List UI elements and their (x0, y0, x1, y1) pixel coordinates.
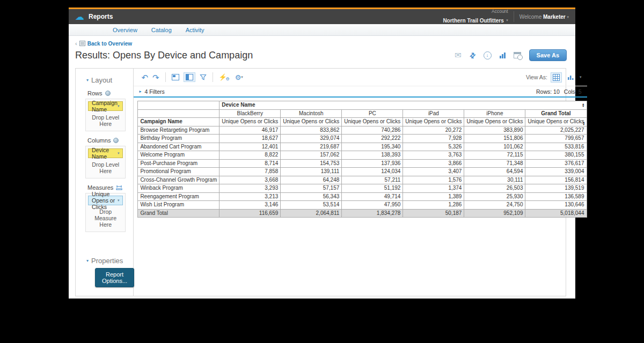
app-title: Reports (89, 13, 113, 20)
campaign-name-cell: Browse Retargeting Program (138, 126, 219, 135)
measure-header[interactable]: Unique Opens or Clicks▲▼ (525, 118, 587, 126)
device-column-header[interactable]: Grand Total (525, 109, 587, 118)
value-cell: 952,109 (464, 209, 525, 218)
layout-top-panel-icon[interactable] (172, 74, 179, 80)
device-column-header[interactable]: iPhone (464, 109, 525, 118)
row-dimension-header[interactable]: Campaign Name (138, 118, 219, 126)
columns-dimension-select[interactable]: Device Name ▾ (88, 148, 123, 158)
settings-gear-icon[interactable]: ⚙▾ (235, 73, 243, 81)
value-cell: 1,286 (403, 201, 464, 210)
schedule-icon[interactable] (514, 52, 521, 58)
account-selector[interactable]: Account Northern Trail Outfitters ▾ (443, 9, 508, 24)
tab-overview[interactable]: Overview (113, 27, 137, 33)
value-cell: 64,594 (464, 168, 525, 176)
measure-header[interactable]: Unique Opens or Clicks (342, 118, 403, 126)
value-cell: 57,157 (281, 184, 342, 193)
value-cell: 740,286 (342, 126, 403, 135)
value-cell: 18,627 (219, 135, 281, 143)
user-menu[interactable]: Welcome Marketer ▾ (519, 14, 569, 20)
measure-header[interactable]: Unique Opens or Clicks (403, 118, 464, 126)
column-dimension-row: Device Name ▲▼ (138, 101, 587, 110)
measure-select[interactable]: Unique Opens or Clicks ▾ (88, 196, 123, 205)
table-row: Cross-Channel Growth Program3,66864,2485… (138, 176, 587, 184)
level-icon (113, 138, 119, 143)
account-name: Northern Trail Outfitters (443, 18, 503, 24)
app-header: ☁ Reports Account Northern Trail Outfitt… (69, 9, 575, 24)
refresh-icon[interactable]: ⇄ (467, 50, 477, 60)
value-cell: 30,111 (464, 176, 525, 184)
measure-header[interactable]: Unique Opens or Clicks (464, 118, 525, 126)
value-cell: 46,917 (219, 126, 281, 135)
column-dimension-header[interactable]: Device Name ▲▼ (219, 101, 587, 110)
level-icon (105, 91, 111, 96)
measures-row: Campaign Name Unique Opens or ClicksUniq… (138, 118, 587, 126)
value-cell: 1,576 (403, 176, 464, 184)
value-cell: 799,657 (525, 135, 587, 143)
back-to-overview-link[interactable]: Back to Overview (87, 41, 132, 47)
table-row: Promotional Program7,858139,111124,0343,… (138, 168, 587, 176)
salesforce-cloud-icon: ☁ (75, 12, 84, 21)
value-cell: 25,930 (464, 192, 525, 201)
value-cell: 12,401 (219, 143, 281, 151)
value-cell: 833,862 (281, 126, 342, 135)
welcome-label: Welcome (519, 14, 542, 20)
tab-catalog[interactable]: Catalog (151, 27, 172, 33)
measure-header[interactable]: Unique Opens or Clicks (281, 118, 342, 126)
redo-icon[interactable]: ↷ (152, 73, 159, 81)
run-report-icon[interactable]: ⚡⚙ (219, 73, 231, 81)
value-cell: 64,248 (281, 176, 342, 184)
value-cell: 1,389 (403, 192, 464, 201)
view-as-chart-icon[interactable] (567, 74, 574, 80)
breadcrumb[interactable]: ‹ Back to Overview (75, 40, 575, 47)
device-column-header[interactable]: Macintosh (281, 109, 342, 118)
sort-icon[interactable]: ▲▼ (582, 121, 585, 125)
value-cell: 136,589 (525, 192, 587, 201)
columns-drop-zone[interactable]: Drop Level Here (88, 158, 123, 176)
chevron-down-icon: ▾ (506, 18, 508, 21)
columns-dimension-value: Device Name (92, 147, 118, 160)
layout-left-panel-icon[interactable] (184, 72, 195, 82)
chart-icon[interactable] (500, 52, 506, 58)
chevron-down-icon[interactable]: ▾ (580, 75, 582, 79)
device-column-header[interactable]: iPad (403, 109, 464, 118)
back-angle-icon: ‹ (75, 40, 77, 47)
value-cell: 57,211 (342, 176, 403, 184)
value-cell: 24,750 (464, 201, 525, 210)
report-options-button[interactable]: Report Options... (95, 268, 134, 287)
filter-icon[interactable] (200, 74, 207, 80)
value-cell: 72,115 (464, 151, 525, 160)
value-cell: 47,950 (342, 201, 403, 210)
undo-icon[interactable]: ↶ (141, 73, 148, 81)
email-icon[interactable]: ✉ (455, 50, 462, 60)
value-cell: 26,503 (464, 184, 525, 193)
properties-section-toggle[interactable]: ▾ Properties (86, 257, 123, 265)
rows-dimension-value: Campaign Name (92, 100, 118, 113)
value-cell: 219,687 (281, 143, 342, 151)
tab-activity[interactable]: Activity (186, 27, 204, 33)
columns-label-row: Columns (87, 137, 133, 144)
save-as-button[interactable]: Save As (529, 49, 567, 61)
value-cell: 53,514 (281, 201, 342, 210)
value-cell: 1,374 (403, 184, 464, 193)
layout-section-toggle[interactable]: ▾ Layout (86, 76, 133, 84)
device-column-header[interactable]: BlackBerry (219, 109, 281, 118)
value-cell: 5,018,044 (525, 209, 587, 218)
measure-value: Unique Opens or Clicks (92, 191, 118, 210)
value-cell: 376,617 (525, 159, 587, 168)
device-column-header[interactable]: PC (342, 109, 403, 118)
campaign-name-cell: Welcome Program (138, 151, 219, 160)
table-row: Abandoned Cart Program12,401219,687195,3… (138, 143, 587, 151)
report-main: ↶ ↷ ⚡⚙ ⚙▾ View As: (134, 69, 587, 296)
campaign-name-cell: Promotional Program (138, 168, 219, 176)
rows-drop-zone[interactable]: Drop Level Here (88, 111, 123, 129)
rows-dimension-select[interactable]: Campaign Name ▾ (88, 101, 123, 111)
account-label: Account (443, 9, 508, 14)
sort-icon[interactable]: ▲▼ (582, 103, 584, 107)
chevron-down-icon: ▾ (118, 104, 120, 108)
campaign-name-cell: Reengagement Program (138, 192, 219, 201)
view-as-table-icon[interactable] (551, 72, 562, 83)
measures-label-row: Measures (87, 184, 133, 191)
download-icon[interactable]: ↓ (484, 51, 492, 59)
filters-expander[interactable]: ▸ 4 Filters (139, 88, 164, 95)
measure-header[interactable]: Unique Opens or Clicks (219, 118, 281, 126)
